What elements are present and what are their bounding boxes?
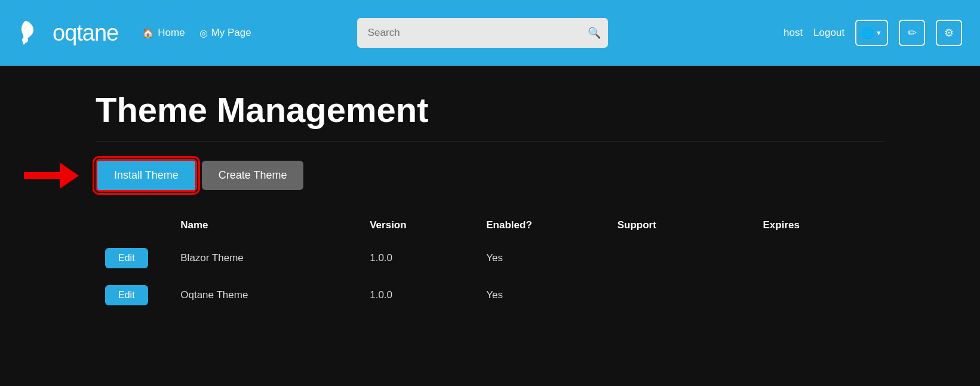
table-row: Edit Blazor Theme 1.0.0 Yes <box>96 240 884 277</box>
arrow-body <box>24 172 60 179</box>
row1-version-cell: 1.0.0 <box>360 240 477 277</box>
nav-mypage[interactable]: ◎ My Page <box>199 27 251 39</box>
col-header-edit <box>96 213 171 240</box>
col-header-name: Name <box>171 213 360 240</box>
nav-home[interactable]: 🏠 Home <box>142 27 185 39</box>
arrow-annotation <box>24 163 79 189</box>
divider <box>96 142 884 142</box>
home-icon: 🏠 <box>142 27 154 39</box>
logo-icon <box>18 19 47 47</box>
logo: oqtane <box>18 19 118 47</box>
row2-support-cell <box>608 277 754 314</box>
pencil-icon: ✏ <box>908 26 917 39</box>
col-header-expires: Expires <box>754 213 884 240</box>
home-label: Home <box>158 27 185 39</box>
row2-edit-cell: Edit <box>96 277 171 314</box>
header-right: host Logout 🌐 ▼ ✏ ⚙ <box>784 20 962 46</box>
logo-text: oqtane <box>53 20 118 46</box>
arrow-head <box>60 163 79 189</box>
header: oqtane 🏠 Home ◎ My Page 🔍 host Logout 🌐 … <box>0 0 980 66</box>
username-label: host <box>784 27 803 39</box>
row2-name-cell: Oqtane Theme <box>171 277 360 314</box>
mypage-label: My Page <box>211 27 251 39</box>
table-row: Edit Oqtane Theme 1.0.0 Yes <box>96 277 884 314</box>
language-button[interactable]: 🌐 ▼ <box>855 20 888 46</box>
row1-name-cell: Blazor Theme <box>171 240 360 277</box>
globe-icon: 🌐 <box>861 26 874 39</box>
settings-button[interactable]: ⚙ <box>936 20 962 46</box>
row1-support-cell <box>608 240 754 277</box>
row1-enabled-cell: Yes <box>477 240 607 277</box>
search-button[interactable]: 🔍 <box>588 26 601 39</box>
edit-row2-button[interactable]: Edit <box>105 285 148 305</box>
col-header-support: Support <box>608 213 754 240</box>
edit-button[interactable]: ✏ <box>899 20 925 46</box>
mypage-icon: ◎ <box>199 27 208 39</box>
nav-links: 🏠 Home ◎ My Page <box>142 27 251 39</box>
col-header-version: Version <box>360 213 477 240</box>
table-header: Name Version Enabled? Support Expires <box>96 213 884 240</box>
svg-point-0 <box>22 37 28 43</box>
theme-table: Name Version Enabled? Support Expires Ed… <box>96 213 884 314</box>
row2-enabled-cell: Yes <box>477 277 607 314</box>
row2-expires-cell <box>754 277 884 314</box>
page-title: Theme Management <box>96 90 884 130</box>
row1-expires-cell <box>754 240 884 277</box>
row1-edit-cell: Edit <box>96 240 171 277</box>
search-area: 🔍 <box>357 18 608 48</box>
action-buttons: Install Theme Create Theme <box>96 159 884 192</box>
create-theme-button[interactable]: Create Theme <box>202 161 304 190</box>
chevron-down-icon: ▼ <box>875 29 882 36</box>
main-content: Theme Management Install Theme Create Th… <box>0 66 980 386</box>
install-theme-button[interactable]: Install Theme <box>96 159 197 192</box>
col-header-enabled: Enabled? <box>477 213 607 240</box>
logout-button[interactable]: Logout <box>813 27 844 39</box>
table-body: Edit Blazor Theme 1.0.0 Yes Edit Oqtane … <box>96 240 884 314</box>
row2-version-cell: 1.0.0 <box>360 277 477 314</box>
gear-icon: ⚙ <box>944 26 954 39</box>
edit-row1-button[interactable]: Edit <box>105 248 148 268</box>
search-input[interactable] <box>357 18 608 48</box>
